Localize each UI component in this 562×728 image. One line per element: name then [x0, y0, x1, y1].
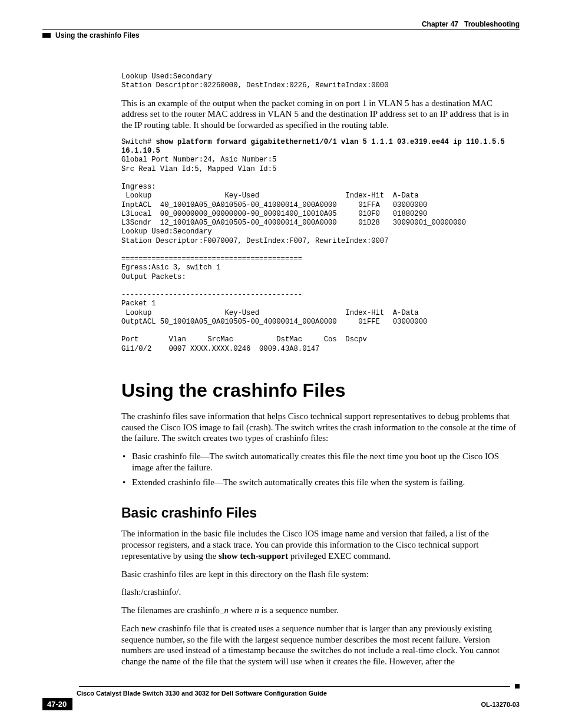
header-marker-icon	[42, 33, 51, 38]
command-show-tech-support: show tech-support	[219, 551, 288, 561]
chapter-label: Chapter 47 Troubleshooting	[422, 20, 520, 28]
paragraph-basic-2: Basic crashinfo files are kept in this d…	[121, 569, 520, 580]
code-block-1: Lookup Used:Secondary Station Descriptor…	[121, 73, 520, 91]
cmd-line-2: 16.1.10.5	[121, 147, 160, 155]
paragraph-basic-4: The filenames are crashinfo_n where n is…	[121, 605, 520, 616]
running-head: Using the crashinfo Files	[55, 31, 140, 39]
cmd-line-1: show platform forward gigabitethernet1/0…	[156, 138, 505, 146]
book-title: Cisco Catalyst Blade Switch 3130 and 303…	[77, 690, 520, 697]
paragraph-intro: This is an example of the output when th…	[121, 98, 520, 131]
variable-n: n	[224, 605, 229, 615]
text-run: is a sequence number.	[259, 605, 339, 615]
section-heading-crashinfo: Using the crashinfo Files	[121, 380, 520, 401]
document-id: OL-13270-03	[481, 701, 520, 708]
code-block-2: Switch# show platform forward gigabiteth…	[121, 138, 520, 354]
page-header: Chapter 47 Troubleshooting	[42, 20, 520, 28]
text-run: where	[229, 605, 254, 615]
subsection-heading-basic: Basic crashinfo Files	[121, 505, 520, 521]
list-item: Basic crashinfo file—The switch automati…	[132, 451, 520, 473]
page-footer: Cisco Catalyst Blade Switch 3130 and 303…	[42, 684, 520, 710]
paragraph-crashinfo-intro: The crashinfo files save information tha…	[121, 411, 520, 444]
paragraph-basic-3: flash:/crashinfo/.	[121, 587, 520, 598]
variable-n: n	[254, 605, 259, 615]
cmd-prompt: Switch#	[121, 138, 156, 146]
paragraph-basic-5: Each new crashinfo file that is created …	[121, 623, 520, 667]
list-item: Extended crashinfo file—The switch autom…	[132, 477, 520, 488]
chapter-number: Chapter 47	[422, 20, 458, 28]
cmd-output: Global Port Number:24, Asic Number:5 Src…	[121, 156, 466, 353]
crashinfo-types-list: Basic crashinfo file—The switch automati…	[121, 451, 520, 487]
text-run: privileged EXEC command.	[288, 551, 391, 561]
text-run: The filenames are crashinfo_	[121, 605, 224, 615]
running-head-row: Using the crashinfo Files	[42, 31, 520, 39]
paragraph-basic-1: The information in the basic file includ…	[121, 528, 520, 561]
page-number-badge: 47-20	[42, 698, 72, 710]
footer-rule	[79, 686, 510, 687]
header-rule	[42, 29, 520, 30]
chapter-title: Troubleshooting	[464, 20, 520, 28]
footer-marker-icon	[515, 684, 520, 689]
